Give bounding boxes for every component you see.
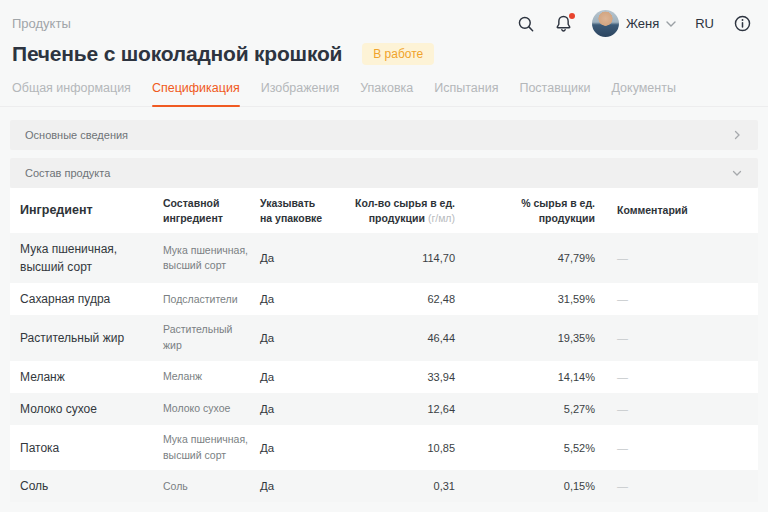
user-name: Женя <box>626 16 659 31</box>
cell-quantity: 46,44 <box>350 332 455 344</box>
cell-compound: Меланж <box>163 369 260 385</box>
cell-comment: — <box>595 332 748 344</box>
search-icon[interactable] <box>517 15 535 33</box>
cell-ingredient: Растительный жир <box>20 329 163 347</box>
tab-suppliers[interactable]: Поставщики <box>519 81 590 106</box>
section-basic-info[interactable]: Основные сведения <box>10 120 758 150</box>
cell-compound: Растительный жир <box>163 322 260 354</box>
cell-compound: Мука пшеничная, высший сорт <box>163 432 260 464</box>
cell-ingredient: Меланж <box>20 368 163 386</box>
ingredients-table-body: Мука пшеничная, высший сорт Мука пшеничн… <box>10 233 758 502</box>
cell-comment: — <box>595 293 748 305</box>
unit-label: (г/мл) <box>428 212 455 224</box>
cell-compound: Мука пшеничная, высший сорт <box>163 243 260 275</box>
section-basic-info-label: Основные сведения <box>25 129 128 141</box>
col-percent: % сырья в ед. продукции <box>455 196 595 225</box>
cell-percent: 31,59% <box>455 293 595 305</box>
cell-quantity: 0,31 <box>350 480 455 492</box>
page-title: Печенье с шоколадной крошкой <box>12 42 342 66</box>
cell-comment: — <box>595 403 748 415</box>
cell-on-package: Да <box>260 252 350 264</box>
status-badge: В работе <box>362 43 434 65</box>
cell-ingredient: Соль <box>20 477 163 495</box>
cell-percent: 19,35% <box>455 332 595 344</box>
user-avatar <box>592 10 619 37</box>
col-ingredient: Ингредиент <box>20 202 163 220</box>
cell-percent: 14,14% <box>455 371 595 383</box>
col-comment: Комментарий <box>595 203 748 218</box>
cell-on-package: Да <box>260 442 350 454</box>
cell-on-package: Да <box>260 332 350 344</box>
cell-quantity: 33,94 <box>350 371 455 383</box>
cell-comment: — <box>595 442 748 454</box>
table-row[interactable]: Сахарная пудра Подсластители Да 62,48 31… <box>10 283 758 315</box>
info-icon[interactable] <box>733 14 752 33</box>
notification-dot <box>569 13 575 19</box>
cell-percent: 5,27% <box>455 403 595 415</box>
tab-images[interactable]: Изображения <box>261 81 340 106</box>
breadcrumb[interactable]: Продукты <box>12 16 71 31</box>
cell-comment: — <box>595 371 748 383</box>
cell-ingredient: Молоко сухое <box>20 400 163 418</box>
cell-ingredient: Патока <box>20 439 163 457</box>
cell-comment: — <box>595 480 748 492</box>
top-icons: Женя RU <box>517 10 752 37</box>
table-row[interactable]: Меланж Меланж Да 33,94 14,14% — <box>10 361 758 393</box>
cell-quantity: 12,64 <box>350 403 455 415</box>
cell-percent: 0,15% <box>455 480 595 492</box>
cell-on-package: Да <box>260 371 350 383</box>
tab-tests[interactable]: Испытания <box>434 81 498 106</box>
tab-documents[interactable]: Документы <box>612 81 676 106</box>
content: Основные сведения Состав продукта Ингред… <box>0 107 768 512</box>
cell-quantity: 114,70 <box>350 252 455 264</box>
cell-on-package: Да <box>260 480 350 492</box>
cell-quantity: 10,85 <box>350 442 455 454</box>
table-row[interactable]: Соль Соль Да 0,31 0,15% — <box>10 470 758 502</box>
tab-specification[interactable]: Спецификация <box>152 81 240 106</box>
cell-percent: 5,52% <box>455 442 595 454</box>
col-on-package: Указывать на упаковке <box>260 196 350 225</box>
chevron-down-icon <box>731 167 743 179</box>
title-row: Печенье с шоколадной крошкой В работе <box>0 37 768 66</box>
bell-icon[interactable] <box>554 14 573 33</box>
table-row[interactable]: Молоко сухое Молоко сухое Да 12,64 5,27%… <box>10 393 758 425</box>
user-menu[interactable]: Женя <box>592 10 676 37</box>
section-composition-label: Состав продукта <box>25 167 110 179</box>
cell-on-package: Да <box>260 293 350 305</box>
language-selector[interactable]: RU <box>695 16 714 31</box>
cell-compound: Соль <box>163 479 260 495</box>
table-row[interactable]: Патока Мука пшеничная, высший сорт Да 10… <box>10 425 758 471</box>
table-row[interactable]: Мука пшеничная, высший сорт Мука пшеничн… <box>10 233 758 283</box>
col-quantity: Кол-во сырья в ед. продукции (г/мл) <box>350 196 455 225</box>
col-compound: Составной ингредиент <box>163 196 260 225</box>
cell-on-package: Да <box>260 403 350 415</box>
cell-comment: — <box>595 252 748 264</box>
table-row[interactable]: Растительный жир Растительный жир Да 46,… <box>10 315 758 361</box>
cell-percent: 47,79% <box>455 252 595 264</box>
tab-bar: Общая информация Спецификация Изображени… <box>0 66 768 107</box>
chevron-down-icon <box>666 21 676 27</box>
cell-compound: Молоко сухое <box>163 401 260 417</box>
section-composition[interactable]: Состав продукта <box>10 158 758 188</box>
cell-ingredient: Мука пшеничная, высший сорт <box>20 240 163 276</box>
tab-general-info[interactable]: Общая информация <box>12 81 131 106</box>
cell-ingredient: Сахарная пудра <box>20 290 163 308</box>
chevron-right-icon <box>731 129 743 141</box>
cell-compound: Подсластители <box>163 292 260 308</box>
top-bar: Продукты Женя RU <box>0 0 768 37</box>
cell-quantity: 62,48 <box>350 293 455 305</box>
tab-packaging[interactable]: Упаковка <box>360 81 413 106</box>
ingredients-table-header: Ингредиент Составной ингредиент Указыват… <box>10 188 758 233</box>
